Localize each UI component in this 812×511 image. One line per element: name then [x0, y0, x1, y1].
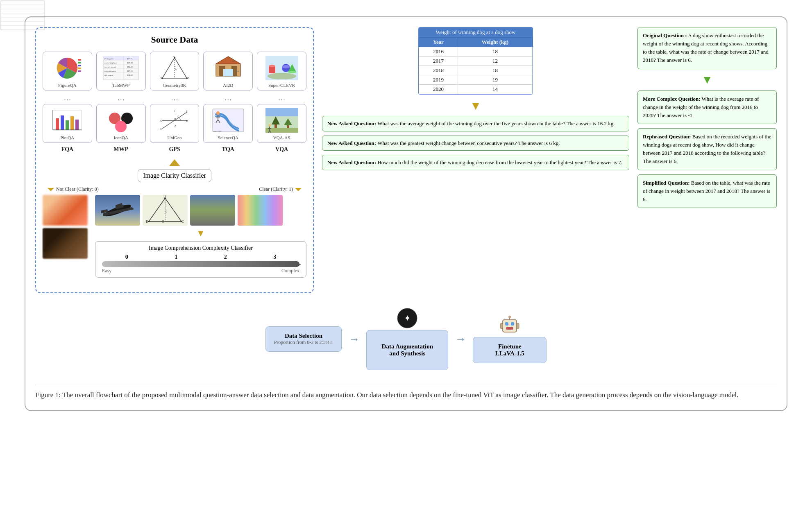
clarity-classifier-box: Image Clarity Classifier — [138, 169, 211, 182]
svg-rect-115 — [505, 322, 508, 326]
clarity-classifier-section: Image Clarity Classifier Not Clear (Clar… — [43, 158, 306, 282]
table-cell: 2018 — [419, 66, 458, 75]
svg-rect-82 — [265, 108, 298, 116]
svg-point-44 — [282, 65, 290, 68]
ai2d-label: AI2D — [223, 83, 233, 88]
svg-text:A: A — [160, 119, 162, 122]
svg-rect-51 — [70, 116, 74, 130]
scale-1: 1 — [175, 254, 177, 260]
tabmwp-label: TabMWP — [112, 83, 130, 88]
svg-point-27 — [161, 77, 163, 79]
pipeline-step1-label: Data Selection — [274, 332, 333, 339]
svg-text:D: D — [174, 117, 176, 120]
svg-rect-117 — [506, 327, 513, 330]
table-row: 202014 — [419, 85, 533, 94]
table-cell: 2016 — [419, 47, 458, 57]
triangle-svg: D C B E F — [143, 195, 188, 226]
question-2-label: New Asked Question: — [327, 140, 376, 146]
table-cell: 18 — [458, 66, 533, 75]
scienceqa-label: ScienceQA — [218, 135, 238, 140]
clear-label: Clear (Clarity: 1) — [259, 186, 302, 192]
svg-text:h: h — [175, 68, 177, 70]
svg-marker-90 — [295, 188, 302, 191]
svg-text:B: B — [188, 77, 189, 79]
svg-point-57 — [115, 121, 127, 132]
gpt-icon: ✦ — [397, 308, 417, 328]
robot-svg — [499, 315, 520, 335]
svg-marker-36 — [216, 57, 240, 64]
table-row: 201919 — [419, 75, 533, 85]
svg-text:C: C — [160, 127, 162, 131]
triangle-image: D C B E F — [143, 195, 188, 226]
clarity-images-row: D C B E F — [43, 195, 306, 278]
svg-text:C: C — [160, 77, 161, 79]
dataset-superclevr: Super-CLEVR — [257, 52, 306, 90]
right-q1-label: Original Question : — [643, 32, 687, 38]
unigeo-icon: E E B A C O D — [156, 107, 193, 133]
middle-panel: Weight of winning dog at a dog show Year… — [322, 27, 629, 293]
complexity-title: Image Comprehension Complexity Classifie… — [102, 245, 299, 251]
table-cell: 14 — [458, 85, 533, 94]
svg-rect-116 — [511, 322, 514, 326]
street-image — [190, 195, 235, 226]
clear-images-row: D C B E F — [95, 195, 306, 226]
col-weight: Weight (kg) — [458, 38, 533, 47]
right-question-2: More Complex Question: What is the avera… — [637, 90, 777, 124]
svg-text:stuffed animal: stuffed animal — [104, 66, 116, 68]
table-cell: 12 — [458, 57, 533, 66]
dataset-ai2d: roof wall AI2D — [203, 52, 253, 90]
right-question-1: Original Question : A dog show enthusias… — [637, 27, 777, 69]
table-row: 201712 — [419, 57, 533, 66]
svg-text:E: E — [162, 220, 164, 224]
svg-point-46 — [288, 71, 296, 73]
svg-rect-120 — [500, 323, 503, 329]
iconqa-label: IconQA — [113, 135, 128, 140]
question-1-text: What was the average weight of the winni… — [377, 120, 615, 127]
svg-text:B: B — [146, 220, 148, 224]
pipeline-step1: Data Selection Proportion from 0-3 is 2:… — [265, 326, 342, 352]
svg-rect-50 — [66, 120, 69, 130]
svg-text:D: D — [163, 195, 166, 198]
svg-rect-114 — [503, 320, 517, 332]
svg-text:red wagon: red wagon — [104, 74, 113, 76]
clarity-classifier-label: Image Clarity Classifier — [143, 172, 206, 179]
openai-logo: ✦ — [397, 308, 417, 328]
dataset-figureqa: FigureQA — [43, 52, 92, 90]
dog-table-wrapper: Weight of winning dog at a dog show Year… — [418, 27, 533, 95]
plotqa-icon — [49, 107, 86, 133]
svg-rect-1 — [78, 59, 81, 61]
dog-table-title: Weight of winning dog at a dog show — [419, 27, 533, 37]
ai2d-icon: roof wall — [210, 54, 247, 81]
cat-mwp: MWP — [96, 146, 146, 153]
figureqa-icon — [49, 54, 86, 81]
right-question-4: Simplified Question: Based on the table,… — [637, 174, 777, 208]
svg-text:wall: wall — [236, 70, 239, 72]
svg-rect-49 — [61, 115, 64, 130]
easy-label: Easy — [102, 268, 111, 274]
svg-marker-88 — [169, 159, 180, 166]
pipeline-step2: Data Augmentation and Synthesis — [366, 330, 448, 370]
dots-row: … … … … … — [43, 94, 306, 102]
dataset-scienceqa: water slide ScienceQA — [203, 104, 253, 143]
dataset-iconqa: IconQA — [96, 104, 146, 143]
svg-point-70 — [216, 111, 220, 115]
category-labels-row: FQA MWP GPS TQA VQA — [43, 146, 306, 153]
scienceqa-icon: water slide — [210, 107, 247, 133]
cat-vqa: VQA — [257, 146, 306, 153]
svg-text:B: B — [186, 119, 188, 122]
pipeline-arrow-1: → — [348, 332, 360, 346]
question-1-label: New Asked Question: — [327, 120, 376, 127]
arrow-to-complexity: ▼ — [95, 228, 306, 239]
vqaas-icon — [263, 107, 300, 133]
svg-marker-95 — [149, 198, 181, 222]
table-cell: 2017 — [419, 57, 458, 66]
svg-text:F: F — [166, 210, 168, 214]
scale-2: 2 — [224, 254, 227, 260]
scale-numbers: 0 1 2 3 — [102, 254, 299, 260]
svg-text:A: A — [173, 56, 175, 57]
pipeline-step3: Finetune LLaVA-1.5 — [473, 337, 547, 363]
svg-text:$34.50: $34.50 — [127, 74, 133, 76]
arrow-up-icon — [168, 158, 181, 167]
svg-text:roof: roof — [232, 60, 236, 62]
svg-text:O: O — [174, 124, 176, 127]
